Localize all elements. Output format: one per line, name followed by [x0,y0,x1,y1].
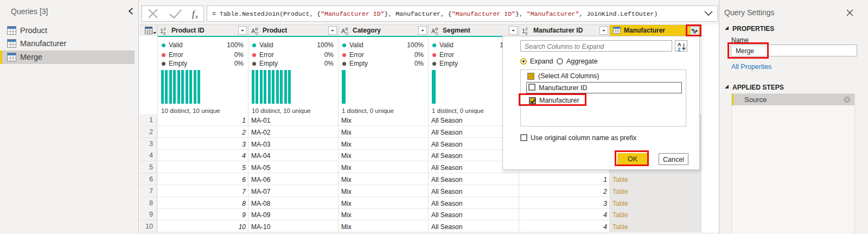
svg-text:Z: Z [678,47,681,52]
svg-text:x: x [195,13,198,20]
